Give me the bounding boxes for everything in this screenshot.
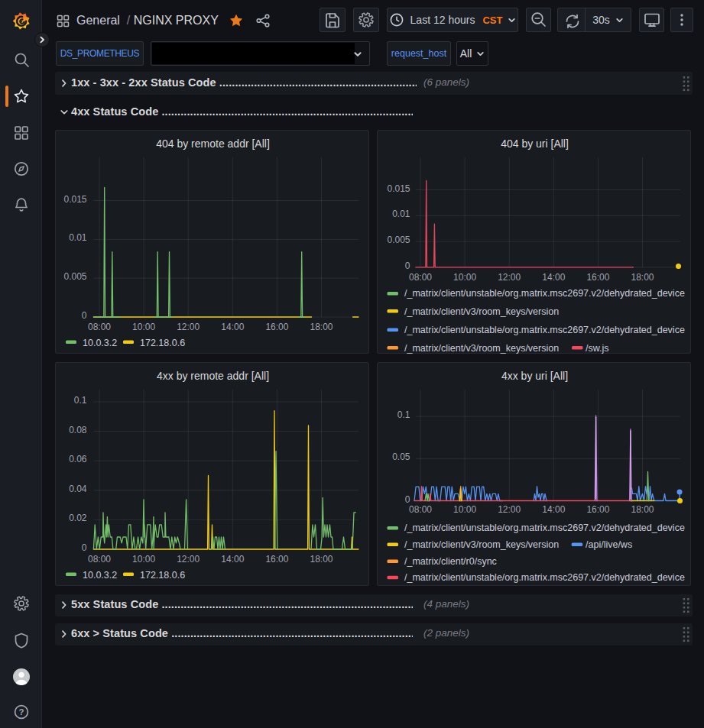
svg-text:0.04: 0.04 [69, 484, 87, 494]
svg-text:10.0.3.2: 10.0.3.2 [83, 570, 117, 581]
svg-text:10:00: 10:00 [132, 554, 155, 565]
svg-text:/_matrix/client/r0/sync: /_matrix/client/r0/sync [404, 556, 497, 567]
svg-text:0.01: 0.01 [69, 232, 87, 243]
svg-text:14:00: 14:00 [221, 554, 244, 565]
svg-text:/_matrix/client/v3/room_keys/v: /_matrix/client/v3/room_keys/version [404, 539, 559, 550]
svg-text:18:00: 18:00 [631, 504, 654, 515]
svg-text:/_matrix/client/v3/room_keys/v: /_matrix/client/v3/room_keys/version [404, 343, 559, 354]
svg-text:16:00: 16:00 [586, 272, 609, 283]
svg-text:10:00: 10:00 [132, 322, 155, 332]
svg-text:0: 0 [405, 494, 410, 505]
svg-text:?: ? [18, 707, 24, 717]
svg-text:0.1: 0.1 [74, 395, 87, 406]
svg-text:172.18.0.6: 172.18.0.6 [140, 338, 185, 348]
svg-text:0.08: 0.08 [69, 425, 87, 435]
svg-text:18:00: 18:00 [310, 322, 333, 332]
svg-text:/_matrix/client/unstable/org.m: /_matrix/client/unstable/org.matrix.msc2… [404, 325, 685, 335]
svg-text:0: 0 [405, 260, 410, 271]
svg-text:08:00: 08:00 [88, 554, 111, 565]
svg-text:0.1: 0.1 [397, 409, 410, 420]
svg-text:12:00: 12:00 [498, 272, 521, 283]
svg-text:/_matrix/client/unstable/org.m: /_matrix/client/unstable/org.matrix.msc2… [404, 523, 685, 533]
svg-text:0.01: 0.01 [392, 209, 410, 219]
svg-text:/sw.js: /sw.js [586, 343, 609, 354]
svg-text:/_matrix/client/unstable/org.m: /_matrix/client/unstable/org.matrix.msc2… [404, 572, 685, 583]
svg-text:0.06: 0.06 [69, 454, 87, 464]
svg-text:10:00: 10:00 [453, 272, 476, 283]
svg-text:10.0.3.2: 10.0.3.2 [83, 338, 117, 348]
svg-text:0.015: 0.015 [63, 194, 86, 205]
svg-text:12:00: 12:00 [498, 504, 521, 515]
svg-text:12:00: 12:00 [177, 322, 200, 332]
svg-text:18:00: 18:00 [631, 272, 654, 283]
svg-text:0: 0 [82, 542, 87, 553]
svg-text:172.18.0.6: 172.18.0.6 [140, 570, 185, 581]
svg-text:16:00: 16:00 [265, 322, 288, 332]
svg-text:16:00: 16:00 [265, 554, 288, 565]
svg-text:10:00: 10:00 [453, 504, 476, 515]
svg-text:/_matrix/client/unstable/org.m: /_matrix/client/unstable/org.matrix.msc2… [404, 288, 685, 299]
svg-text:14:00: 14:00 [542, 504, 565, 515]
svg-text:08:00: 08:00 [88, 322, 111, 332]
svg-text:0.015: 0.015 [387, 183, 410, 194]
svg-text:0.005: 0.005 [63, 271, 86, 282]
svg-text:/api/live/ws: /api/live/ws [586, 539, 632, 550]
svg-text:0.02: 0.02 [69, 513, 87, 523]
svg-text:08:00: 08:00 [409, 272, 432, 283]
svg-text:0.005: 0.005 [387, 235, 410, 245]
svg-text:14:00: 14:00 [542, 272, 565, 283]
svg-text:16:00: 16:00 [586, 504, 609, 515]
svg-text:12:00: 12:00 [177, 554, 200, 565]
svg-text:18:00: 18:00 [310, 554, 333, 565]
svg-text:0: 0 [82, 310, 87, 321]
svg-text:0.05: 0.05 [392, 451, 410, 462]
svg-text:08:00: 08:00 [409, 504, 432, 515]
svg-text:/_matrix/client/v3/room_keys/v: /_matrix/client/v3/room_keys/version [404, 306, 559, 317]
svg-text:14:00: 14:00 [221, 322, 244, 332]
